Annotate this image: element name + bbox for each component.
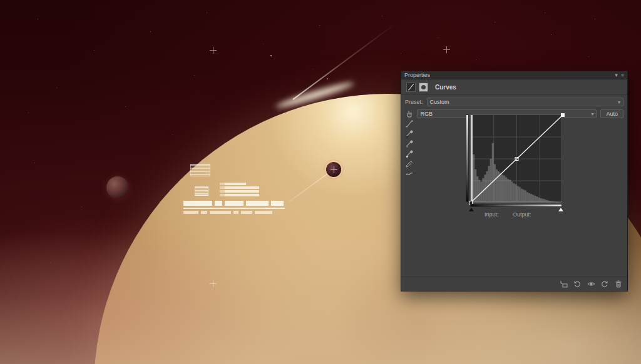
clip-to-layer-icon[interactable] bbox=[559, 280, 568, 288]
curves-tool-strip bbox=[404, 120, 415, 178]
crosshair-marker bbox=[210, 47, 217, 54]
hud-text-seg bbox=[201, 211, 207, 214]
reset-icon[interactable] bbox=[600, 280, 609, 288]
panel-title: Properties bbox=[404, 72, 430, 78]
hud-text-row bbox=[183, 201, 289, 206]
panel-menu-icon[interactable]: ≡ bbox=[621, 73, 624, 78]
adjustment-title: Curves bbox=[435, 84, 456, 91]
hud-bar bbox=[220, 194, 259, 196]
input-gradient-ramp bbox=[470, 204, 562, 207]
black-point-eyedropper-icon[interactable] bbox=[405, 130, 414, 138]
preset-row: Preset: Custom ▾ bbox=[401, 97, 627, 107]
hud-text-seg bbox=[183, 211, 198, 214]
preset-dropdown[interactable]: Custom ▾ bbox=[427, 98, 623, 106]
visibility-eye-icon[interactable] bbox=[587, 280, 595, 288]
hud-bar bbox=[220, 183, 246, 185]
edit-points-icon[interactable] bbox=[405, 120, 414, 128]
hud-text-seg bbox=[246, 201, 269, 206]
white-point-eyedropper-icon[interactable] bbox=[405, 150, 414, 158]
hud-text-seg bbox=[215, 201, 222, 206]
hud-text-seg bbox=[225, 201, 244, 206]
curves-adjustment-icon bbox=[406, 83, 416, 92]
dropdown-arrow-icon: ▾ bbox=[591, 111, 593, 117]
hud-underline bbox=[183, 208, 285, 209]
targeted-adjustment-tool-icon[interactable] bbox=[405, 110, 413, 118]
crosshair-marker bbox=[210, 280, 217, 287]
gray-point-eyedropper-icon[interactable] bbox=[405, 140, 414, 148]
preset-value: Custom bbox=[430, 99, 449, 105]
panel-titlebar[interactable]: Properties ▾ ≡ bbox=[401, 71, 627, 79]
output-gradient-ramp bbox=[466, 114, 469, 202]
hud-text-seg bbox=[241, 211, 252, 214]
panel-footer bbox=[401, 276, 627, 291]
input-label: Input: bbox=[485, 211, 499, 218]
adjustment-header: Curves bbox=[401, 81, 627, 93]
hud-text-seg bbox=[271, 201, 284, 206]
target-reticle bbox=[331, 169, 337, 170]
hud-readout-box bbox=[195, 186, 208, 196]
channel-value: RGB bbox=[420, 111, 433, 117]
collapse-panel-icon[interactable]: ▾ bbox=[615, 73, 618, 78]
preset-label: Preset: bbox=[405, 99, 423, 105]
hud-bar bbox=[220, 190, 259, 193]
hud-text-seg bbox=[210, 211, 231, 214]
hud-readout-box bbox=[190, 164, 210, 176]
properties-panel: Properties ▾ ≡ Curves Preset: Custom ▾ bbox=[401, 71, 628, 291]
crosshair-marker bbox=[443, 46, 450, 53]
io-readout: Input: Output: bbox=[401, 211, 627, 219]
hud-text-seg bbox=[183, 201, 212, 206]
smooth-curve-icon[interactable] bbox=[405, 170, 414, 178]
pencil-draw-icon[interactable] bbox=[405, 160, 414, 168]
previous-state-icon[interactable] bbox=[573, 280, 582, 288]
divider bbox=[401, 94, 627, 95]
moon-sphere bbox=[106, 176, 129, 199]
hud-data-table bbox=[220, 183, 259, 196]
curves-graph[interactable] bbox=[470, 114, 562, 202]
dropdown-arrow-icon: ▾ bbox=[618, 99, 620, 105]
hud-text-seg bbox=[233, 211, 238, 214]
layer-mask-icon[interactable] bbox=[419, 83, 428, 92]
hud-text-seg bbox=[255, 211, 272, 214]
delete-trash-icon[interactable] bbox=[614, 280, 623, 288]
hud-text-block bbox=[183, 201, 289, 214]
space-scene: Properties ▾ ≡ Curves Preset: Custom ▾ bbox=[0, 0, 641, 364]
hud-bar bbox=[220, 186, 259, 189]
auto-button[interactable]: Auto bbox=[600, 109, 623, 118]
starfield-bright bbox=[0, 0, 1, 1]
output-label: Output: bbox=[513, 211, 531, 218]
hud-text-row bbox=[183, 211, 289, 214]
